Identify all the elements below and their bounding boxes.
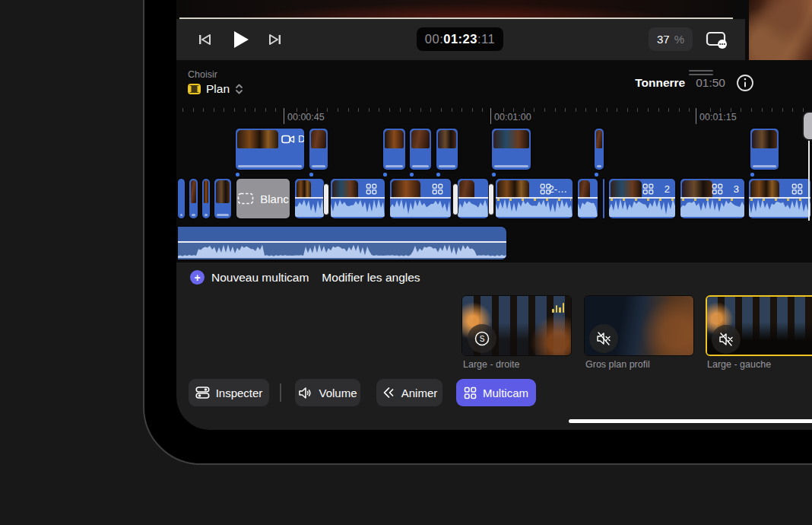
edit-angles-button[interactable]: Modifier les angles — [322, 271, 420, 285]
timeline-clip[interactable] — [201, 177, 211, 220]
timeline-ruler[interactable]: 00:00:4500:01:0000:01:15 — [176, 107, 812, 126]
ruler-minor-tick — [668, 108, 669, 112]
connected-clip[interactable] — [490, 127, 532, 171]
ruler-minor-tick — [214, 108, 214, 112]
clip-thumbnail — [332, 180, 358, 199]
gap-clip[interactable]: Blanc — [235, 177, 291, 220]
play-button[interactable] — [228, 19, 254, 60]
clip-thumbnail — [191, 180, 196, 203]
clip-connection-dot — [750, 173, 754, 177]
ruler-major-tick — [284, 108, 284, 124]
through-edit-marker[interactable] — [452, 183, 458, 215]
ruler-minor-tick — [576, 108, 576, 112]
connected-clip[interactable]: D — [234, 127, 306, 171]
inspect-button[interactable]: Inspecter — [189, 379, 269, 406]
multicam-timeline-clip[interactable] — [576, 177, 599, 220]
multicam-angle-thumbnail[interactable] — [584, 295, 694, 356]
connected-clip-label: D — [298, 133, 305, 145]
timeline-clip[interactable] — [213, 177, 233, 220]
connected-clip[interactable] — [749, 127, 780, 171]
volume-button[interactable]: Volume — [295, 379, 360, 406]
animate-button[interactable]: Animer — [376, 379, 442, 406]
horizontal-scrollbar[interactable] — [569, 419, 812, 423]
timeline-clip[interactable] — [601, 177, 606, 220]
multicam-angle-thumbnail[interactable] — [706, 295, 812, 356]
ruler-minor-tick — [379, 108, 379, 112]
connected-clip[interactable] — [435, 127, 459, 171]
ruler-minor-tick — [203, 108, 204, 112]
playhead-handle[interactable] — [802, 111, 812, 141]
multicam-grid-icon — [432, 183, 443, 198]
ruler-minor-tick — [792, 108, 793, 112]
multicam-panel: + Nouveau multicam Modifier les angles S… — [176, 262, 812, 430]
sync-badge: S — [468, 324, 496, 353]
animate-label: Animer — [401, 387, 438, 399]
clip-thumbnail — [411, 130, 430, 148]
audio-peaks — [611, 199, 674, 201]
clip-thumbnail — [493, 130, 529, 148]
multicam-timeline-clip[interactable]: 2-… — [494, 177, 574, 220]
ruler-minor-tick — [751, 108, 752, 112]
multicam-clip-top: 2 — [609, 179, 675, 199]
clip-thumbnail — [750, 180, 779, 199]
connected-clip[interactable] — [308, 127, 329, 171]
ruler-minor-tick — [534, 108, 534, 112]
ruler-minor-tick — [658, 108, 659, 112]
through-edit-marker[interactable] — [488, 183, 494, 215]
timeline-clip[interactable] — [188, 177, 199, 220]
timecode-display[interactable]: 00:01:23:11 — [417, 27, 503, 51]
audio-peaks — [750, 199, 809, 201]
clip-bottom-stripe — [494, 165, 528, 167]
multicam-timeline-clip[interactable]: 3 — [679, 177, 746, 220]
ruler-minor-tick — [400, 108, 401, 112]
multicam-button[interactable]: Multicam — [456, 379, 536, 406]
new-multicam-button[interactable]: + Nouveau multicam — [190, 270, 309, 285]
ruler-minor-tick — [255, 108, 255, 112]
clip-thumbnail — [752, 130, 777, 148]
through-edit-marker[interactable] — [323, 183, 329, 215]
clip-type-selector[interactable]: Plan — [188, 82, 243, 96]
multicam-timeline-clip[interactable]: 2 — [607, 177, 677, 220]
audio-clip[interactable] — [176, 225, 508, 261]
multicam-angles-strip: SLarge - droiteGros plan profilLarge - g… — [176, 295, 812, 379]
connected-clip[interactable] — [593, 127, 605, 171]
chevron-up-down-icon — [235, 83, 243, 95]
speaker-icon — [298, 387, 312, 399]
clip-thumbnail — [216, 180, 230, 203]
skip-forward-button[interactable] — [263, 19, 286, 60]
app-screen: 00:01:23:11 37 % Choisir — [176, 0, 812, 430]
multicam-timeline-clip[interactable] — [329, 177, 386, 220]
skip-back-button[interactable] — [193, 19, 216, 60]
connected-clip[interactable] — [382, 127, 407, 171]
ruler-time-label: 00:01:15 — [699, 112, 737, 123]
zoom-level-badge[interactable]: 37 % — [649, 27, 693, 51]
audio-row — [176, 225, 812, 261]
muted-speaker-icon — [718, 332, 734, 347]
toolbar-divider — [280, 383, 281, 402]
clip-thumbnail — [297, 180, 311, 199]
connected-clip[interactable] — [408, 127, 433, 171]
clip-thumbnail — [497, 180, 529, 199]
timeline-clip[interactable] — [176, 177, 186, 220]
viewer-options-button[interactable] — [701, 19, 731, 60]
multicam-angle-thumbnail[interactable]: S — [462, 295, 572, 356]
ruler-minor-tick — [762, 108, 763, 112]
ruler-minor-tick — [617, 108, 617, 112]
multicam-timeline-clip[interactable] — [747, 177, 812, 220]
clip-thumbnail — [385, 130, 404, 148]
clip-icon — [188, 84, 201, 94]
audio-waveform — [390, 197, 451, 217]
multicam-timeline-clip[interactable] — [293, 177, 325, 220]
browser-clip-preview — [749, 0, 812, 60]
multicam-timeline-clip[interactable] — [456, 177, 490, 220]
clip-bottom-stripe — [217, 214, 229, 216]
clip-connection-dot — [383, 173, 387, 177]
ruler-minor-tick — [224, 108, 224, 112]
ruler-minor-tick — [410, 108, 411, 112]
multicam-grid-icon — [712, 183, 723, 198]
multicam-timeline-clip[interactable] — [389, 177, 452, 220]
gap-clip-label: Blanc — [260, 192, 289, 205]
clip-connection-dot — [236, 173, 239, 177]
info-icon[interactable] — [736, 74, 754, 92]
muted-badge — [589, 324, 618, 353]
